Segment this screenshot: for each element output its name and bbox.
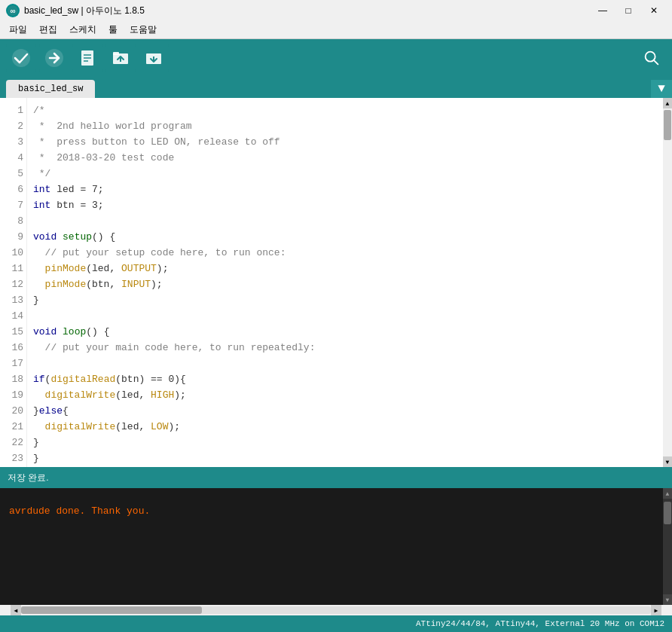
scroll-right-button[interactable]: ▶ xyxy=(651,605,661,615)
menu-file[interactable]: 파일 xyxy=(3,22,33,38)
scroll-down-button[interactable]: ▼ xyxy=(663,456,672,467)
svg-rect-9 xyxy=(113,52,119,55)
console-area: avrdude done. Thank you. ▲ ▼ xyxy=(0,488,672,605)
console-line: avrdude done. Thank you. xyxy=(9,503,663,520)
toolbar xyxy=(0,39,672,77)
main-window: ∞ basic_led_sw | 아두이노 1.8.5 — □ ✕ 파일 편집 … xyxy=(0,0,672,632)
window-controls: — □ ✕ xyxy=(591,2,666,19)
svg-text:∞: ∞ xyxy=(10,7,15,15)
console-scroll-thumb[interactable] xyxy=(664,502,671,524)
console-scroll-up[interactable]: ▲ xyxy=(663,488,672,499)
verify-button[interactable] xyxy=(6,44,36,72)
editor-area[interactable]: 12345 678910 1112131415 1617181920 21222… xyxy=(0,98,672,467)
window-title: basic_led_sw | 아두이노 1.8.5 xyxy=(24,5,591,17)
board-info: ATtiny24/44/84, ATtiny44, External 20 MH… xyxy=(416,619,664,628)
tab-dropdown[interactable]: ▼ xyxy=(651,80,672,98)
scroll-left-button[interactable]: ◀ xyxy=(11,605,21,615)
svg-line-14 xyxy=(654,60,658,65)
search-icon[interactable] xyxy=(637,44,666,72)
tab-bar: basic_led_sw ▼ xyxy=(0,77,672,98)
new-button[interactable] xyxy=(72,44,102,72)
open-button[interactable] xyxy=(105,44,136,72)
save-button[interactable] xyxy=(139,44,169,72)
code-editor[interactable]: /* * 2nd hello world program * press but… xyxy=(27,98,663,467)
h-scroll-track xyxy=(21,606,651,614)
menu-tools[interactable]: 툴 xyxy=(102,22,124,38)
minimize-button[interactable]: — xyxy=(591,2,615,19)
app-logo: ∞ xyxy=(6,4,20,17)
close-button[interactable]: ✕ xyxy=(642,2,666,19)
status-message: 저장 완료. xyxy=(8,472,49,484)
status-bar: 저장 완료. xyxy=(0,467,672,488)
horizontal-scrollbar[interactable]: ◀ ▶ xyxy=(0,605,672,615)
bottom-status-bar: ATtiny24/44/84, ATtiny44, External 20 MH… xyxy=(0,615,672,632)
menu-bar: 파일 편집 스케치 툴 도움말 xyxy=(0,21,672,39)
console-scroll-down[interactable]: ▼ xyxy=(663,594,672,605)
upload-button[interactable] xyxy=(39,44,69,72)
menu-help[interactable]: 도움말 xyxy=(124,22,163,38)
scroll-up-button[interactable]: ▲ xyxy=(663,98,672,108)
title-bar: ∞ basic_led_sw | 아두이노 1.8.5 — □ ✕ xyxy=(0,0,672,21)
console-output: avrdude done. Thank you. xyxy=(0,488,672,605)
tab-basic-led-sw[interactable]: basic_led_sw xyxy=(6,80,95,98)
vertical-scrollbar[interactable]: ▲ ▼ xyxy=(663,98,672,467)
scroll-thumb-v[interactable] xyxy=(664,110,671,140)
menu-edit[interactable]: 편집 xyxy=(33,22,63,38)
line-numbers: 12345 678910 1112131415 1617181920 21222… xyxy=(0,98,27,467)
maximize-button[interactable]: □ xyxy=(616,2,640,19)
h-scroll-thumb[interactable] xyxy=(21,606,202,614)
console-scrollbar[interactable]: ▲ ▼ xyxy=(663,488,672,605)
menu-sketch[interactable]: 스케치 xyxy=(63,22,102,38)
